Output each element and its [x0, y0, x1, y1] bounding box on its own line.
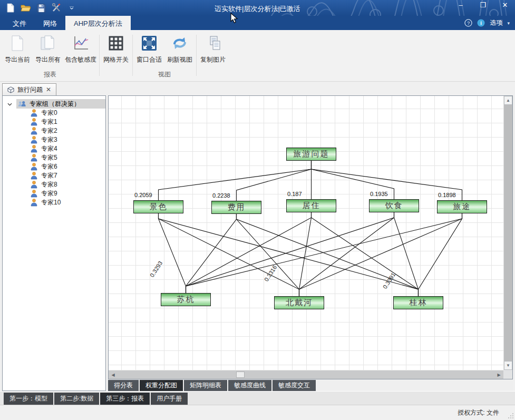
tree-item-label: 专家0 [41, 109, 57, 118]
step-tab-第二步:数据[interactable]: 第二步:数据 [54, 393, 99, 405]
step-tab-第一步：模型[interactable]: 第一步：模型 [4, 393, 53, 405]
ribbon-button-窗口合适[interactable]: 窗口合适 [134, 32, 164, 64]
open-folder-icon [21, 4, 31, 12]
tree-item-label: 专家4 [41, 144, 57, 153]
person-icon [31, 154, 37, 162]
tree-item-专家0[interactable]: 专家0 [3, 109, 105, 118]
document-tab-label: 旅行问题 [17, 85, 43, 94]
help-icon[interactable]: ? [464, 19, 472, 27]
scroll-right-icon[interactable]: ▶ [494, 370, 503, 379]
hierarchy-canvas[interactable]: 旅游问题景色0.2059费用0.2238居住0.187饮食0.1935旅途0.1… [109, 96, 503, 370]
options-button[interactable]: 选项 [490, 18, 502, 27]
chevron-down-icon[interactable] [3, 100, 16, 108]
refresh-view-icon [171, 35, 188, 52]
step-tab-用户手册[interactable]: 用户手册 [151, 393, 188, 405]
document-tab-travel-problem[interactable]: 旅行问题 ✕ [2, 83, 56, 95]
document-tab-bar: 旅行问题 ✕ [0, 82, 515, 95]
vertical-scroll-track[interactable] [504, 105, 512, 361]
diagram-node-旅途[interactable]: 旅途 [437, 200, 487, 213]
tree-item-专家10[interactable]: 专家10 [3, 198, 105, 207]
tree-item-label: 专家5 [41, 153, 57, 162]
expert-group-icon [17, 101, 27, 108]
tools-button[interactable] [51, 3, 62, 13]
diagram-node-景色[interactable]: 景色 [133, 200, 183, 213]
close-button[interactable]: ✕ [499, 1, 511, 9]
menu-tab-文件[interactable]: 文件 [4, 16, 35, 30]
quick-access-more-button[interactable] [66, 3, 77, 13]
ribbon-group-视图: 窗口合适刷新视图视图 [134, 32, 195, 81]
ribbon-group: 复制图片 [198, 32, 228, 81]
tree-item-专家3[interactable]: 专家3 [3, 135, 105, 144]
new-file-button[interactable] [5, 3, 16, 13]
tree-item-专家9[interactable]: 专家9 [3, 189, 105, 198]
diagram-panel: 旅游问题景色0.2059费用0.2238居住0.187饮食0.1935旅途0.1… [108, 95, 513, 379]
resize-grip[interactable] [508, 413, 514, 419]
license-mode-text: 授权方式: 文件 [458, 408, 499, 417]
tree-item-label: 专家3 [41, 135, 57, 144]
result-tab-敏感度曲线[interactable]: 敏感度曲线 [228, 380, 271, 391]
expert-list: 专家0专家1专家2专家3专家4专家5专家6专家7专家8专家9专家10 [3, 109, 105, 207]
ribbon-group-label [198, 78, 228, 81]
cube-icon [7, 86, 14, 93]
maximize-button[interactable]: ❒ [477, 1, 489, 9]
result-tab-得分表[interactable]: 得分表 [108, 380, 139, 391]
tree-item-专家8[interactable]: 专家8 [3, 180, 105, 189]
ribbon-button-label: 导出当前 [5, 55, 30, 64]
svg-text:i: i [481, 21, 482, 26]
caret-down-icon [70, 6, 74, 9]
tree-item-专家2[interactable]: 专家2 [3, 126, 105, 135]
ribbon-button-包含敏感度[interactable]: 包含敏感度 [63, 32, 98, 64]
result-tab-矩阵明细表[interactable]: 矩阵明细表 [184, 380, 227, 391]
horizontal-scrollbar[interactable]: ◀ ▶ [109, 370, 503, 379]
ribbon-button-导出当前[interactable]: 导出当前 [2, 32, 33, 64]
scroll-up-icon[interactable]: ▲ [504, 96, 512, 105]
person-icon [31, 109, 37, 117]
horizontal-scroll-thumb[interactable] [236, 372, 245, 378]
menu-tab-AHP层次分析法[interactable]: AHP层次分析法 [65, 16, 131, 30]
info-icon[interactable]: i [477, 19, 485, 27]
diagram-node-居住[interactable]: 居住 [286, 199, 336, 212]
tree-root-row[interactable]: 专家组（群决策） [16, 99, 105, 109]
tree-item-专家5[interactable]: 专家5 [3, 153, 105, 162]
step-tab-第三步：报表[interactable]: 第三步：报表 [100, 393, 150, 405]
person-icon [31, 163, 37, 171]
grid-toggle-icon [108, 35, 124, 52]
tree-item-专家7[interactable]: 专家7 [3, 171, 105, 180]
scroll-down-icon[interactable]: ▼ [504, 361, 512, 370]
open-file-button[interactable] [21, 3, 31, 13]
weight-label-旅途: 0.1898 [438, 192, 456, 198]
result-tab-权重分配图[interactable]: 权重分配图 [140, 380, 183, 391]
ribbon-button-刷新视图[interactable]: 刷新视图 [164, 32, 195, 64]
ribbon-button-label: 复制图片 [200, 55, 226, 64]
person-icon [31, 190, 37, 198]
ribbon-button-复制图片[interactable]: 复制图片 [198, 32, 228, 64]
ribbon-button-网格开关[interactable]: 网格开关 [101, 32, 131, 64]
save-button[interactable] [36, 3, 46, 13]
tree-item-label: 专家7 [41, 171, 57, 180]
tree-root-expert-group[interactable]: 专家组（群决策） [3, 99, 105, 109]
tree-root-label: 专家组（群决策） [30, 100, 80, 109]
weight-label-饮食: 0.1935 [370, 191, 388, 197]
diagram-node-费用[interactable]: 费用 [211, 201, 261, 214]
tree-item-专家1[interactable]: 专家1 [3, 118, 105, 126]
tab-close-icon[interactable]: ✕ [46, 86, 51, 93]
diagram-node-苏杭[interactable]: 苏杭 [161, 293, 211, 306]
scroll-left-icon[interactable]: ◀ [109, 370, 118, 379]
diagram-node-饮食[interactable]: 饮食 [369, 199, 419, 212]
fit-window-icon [141, 35, 157, 52]
status-bar: 授权方式: 文件 [0, 405, 515, 420]
diagram-node-旅游问题[interactable]: 旅游问题 [286, 148, 336, 161]
diagram-node-桂林[interactable]: 桂林 [393, 296, 443, 309]
result-tab-敏感度交互[interactable]: 敏感度交互 [273, 380, 316, 391]
ribbon-button-导出所有[interactable]: 导出所有 [33, 32, 63, 64]
quick-access-toolbar [0, 3, 77, 13]
tree-item-专家4[interactable]: 专家4 [3, 144, 105, 153]
diagram-node-北戴河[interactable]: 北戴河 [274, 296, 324, 309]
copy-image-icon [205, 35, 221, 52]
minimize-button[interactable]: – [455, 1, 467, 9]
vertical-scrollbar[interactable]: ▲ ▼ [503, 96, 512, 370]
ribbon-group-label: 报表 [2, 69, 98, 81]
title-bar: 迈实软件|层次分析法|已激活 – ❒ ✕ [0, 0, 515, 16]
menu-tab-网络[interactable]: 网络 [35, 16, 65, 30]
tree-item-专家6[interactable]: 专家6 [3, 162, 105, 171]
